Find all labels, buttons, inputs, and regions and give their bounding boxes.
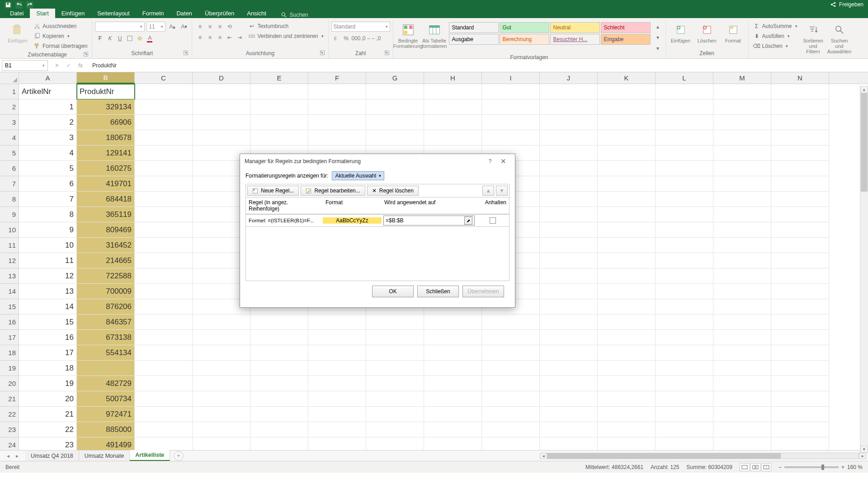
merge-center-button[interactable]: Verbinden und zentrieren▾ — [246, 32, 325, 41]
tab-seitenlayout[interactable]: Seitenlayout — [91, 9, 136, 18]
cell[interactable] — [771, 437, 829, 450]
cell-styles-gallery[interactable]: Standard Gut Neutral Schlecht Ausgabe Be… — [448, 22, 651, 45]
cell[interactable] — [656, 145, 713, 161]
cell[interactable] — [771, 130, 829, 145]
cell[interactable] — [771, 253, 829, 268]
cell[interactable] — [308, 361, 366, 376]
scroll-up-arrow[interactable]: ▴ — [860, 86, 868, 93]
cell[interactable] — [540, 345, 598, 361]
cell[interactable] — [424, 391, 482, 407]
cell[interactable] — [598, 268, 656, 284]
cell[interactable] — [598, 130, 656, 145]
vertical-scrollbar[interactable]: ▴ ▾ — [860, 86, 868, 453]
row-header[interactable]: 15 — [0, 299, 19, 314]
cell[interactable] — [771, 284, 829, 299]
cell[interactable] — [308, 330, 366, 345]
cell[interactable] — [308, 345, 366, 361]
share-button[interactable]: Freigeben — [830, 1, 863, 8]
cell[interactable]: 876206 — [77, 299, 135, 314]
cell[interactable]: 722588 — [77, 268, 135, 284]
find-select-button[interactable]: Suchen und Auswählen — [827, 22, 852, 55]
cell[interactable] — [193, 376, 250, 391]
cell[interactable] — [598, 207, 656, 222]
cell[interactable]: 316452 — [77, 238, 135, 253]
cell[interactable] — [771, 361, 829, 376]
cell[interactable] — [713, 268, 771, 284]
row-header[interactable]: 11 — [0, 238, 19, 253]
cell[interactable] — [598, 253, 656, 268]
cell[interactable]: 14 — [19, 299, 77, 314]
cell[interactable] — [193, 314, 250, 330]
align-top-button[interactable]: ≡ — [195, 22, 205, 32]
tab-ansicht[interactable]: Ansicht — [241, 9, 273, 18]
clipboard-launcher[interactable]: ⬊ — [84, 52, 88, 56]
percent-button[interactable]: % — [341, 33, 351, 43]
wrap-text-button[interactable]: ↩Textumbruch — [246, 22, 325, 31]
cell[interactable] — [771, 330, 829, 345]
cell[interactable] — [771, 192, 829, 207]
cell[interactable] — [424, 361, 482, 376]
orientation-button[interactable]: ⟲ — [225, 22, 235, 32]
cell[interactable] — [598, 192, 656, 207]
range-picker-button[interactable]: ⬈ — [464, 216, 472, 225]
row-header[interactable]: 7 — [0, 176, 19, 192]
cell[interactable] — [135, 207, 193, 222]
row-header[interactable]: 17 — [0, 330, 19, 345]
cell[interactable]: 18 — [19, 361, 77, 376]
cell[interactable]: 180678 — [77, 130, 135, 145]
zoom-control[interactable]: − + 160 % — [778, 464, 863, 470]
cell[interactable] — [424, 130, 482, 145]
cell[interactable] — [250, 130, 308, 145]
cell[interactable] — [135, 130, 193, 145]
row-header[interactable]: 3 — [0, 115, 19, 130]
cell[interactable] — [135, 161, 193, 176]
autosum-button[interactable]: ΣAutoSumme▾ — [751, 22, 799, 31]
cell[interactable] — [193, 361, 250, 376]
cell[interactable] — [308, 407, 366, 422]
cell[interactable] — [193, 391, 250, 407]
move-rule-down-button[interactable]: ▼ — [496, 186, 508, 196]
borders-button[interactable] — [125, 33, 135, 43]
column-header-L[interactable]: L — [656, 72, 713, 84]
cell[interactable] — [656, 161, 713, 176]
cell[interactable] — [713, 345, 771, 361]
cell[interactable] — [713, 376, 771, 391]
cell[interactable] — [482, 345, 540, 361]
fill-button[interactable]: ⬇Ausfüllen▾ — [751, 32, 799, 41]
cell[interactable] — [482, 130, 540, 145]
increase-decimal-button[interactable]: ,0→ — [361, 33, 371, 43]
cell[interactable]: 13 — [19, 284, 77, 299]
cell[interactable] — [308, 437, 366, 450]
sheet-tab[interactable]: Artikelliste — [130, 450, 170, 461]
name-box[interactable]: B1▾ — [2, 60, 48, 71]
cell[interactable] — [656, 115, 713, 130]
cell[interactable] — [135, 437, 193, 450]
cell[interactable] — [308, 391, 366, 407]
cell[interactable] — [656, 84, 713, 99]
cut-button[interactable]: Ausschneiden — [32, 22, 89, 31]
row-header[interactable]: 23 — [0, 422, 19, 437]
show-rules-for-combo[interactable]: Aktuelle Auswahl▾ — [332, 171, 384, 180]
cell[interactable] — [771, 391, 829, 407]
cell[interactable] — [598, 407, 656, 422]
row-header[interactable]: 9 — [0, 207, 19, 222]
cell[interactable] — [424, 407, 482, 422]
cell[interactable]: ArtikelNr — [19, 84, 77, 99]
column-header-D[interactable]: D — [193, 72, 250, 84]
cell[interactable] — [540, 253, 598, 268]
cell[interactable] — [656, 330, 713, 345]
zoom-out-button[interactable]: − — [778, 464, 782, 470]
row-header[interactable]: 22 — [0, 407, 19, 422]
font-color-button[interactable]: A — [145, 33, 155, 43]
cell[interactable] — [250, 376, 308, 391]
tell-me-search[interactable]: Suchen — [281, 12, 308, 18]
view-page-layout-button[interactable] — [750, 463, 760, 471]
row-header[interactable]: 20 — [0, 376, 19, 391]
cell[interactable] — [366, 361, 424, 376]
column-header-M[interactable]: M — [713, 72, 771, 84]
cell[interactable] — [424, 422, 482, 437]
cell[interactable]: 5 — [19, 161, 77, 176]
cell[interactable]: 16 — [19, 330, 77, 345]
cell[interactable]: 19 — [19, 376, 77, 391]
styles-more-button[interactable]: ▾ — [653, 43, 663, 53]
